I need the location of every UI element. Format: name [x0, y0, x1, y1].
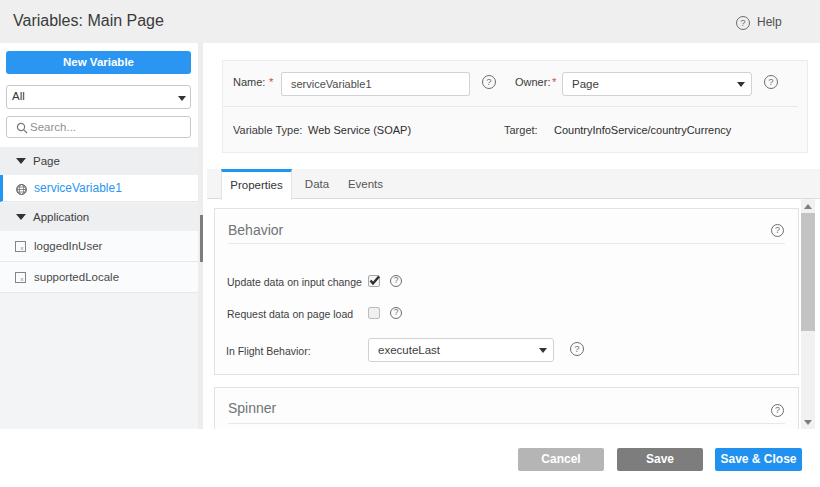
svg-text:x: x [21, 276, 24, 282]
svg-text:x: x [21, 245, 24, 251]
